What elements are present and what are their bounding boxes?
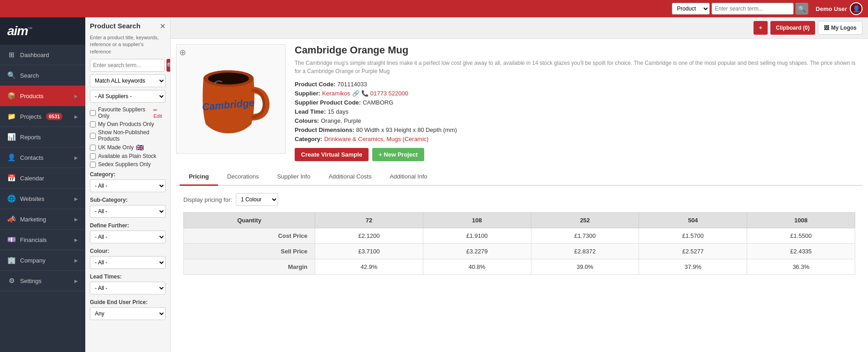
content-toolbar: + Clipboard (0) 🖼 My Logos	[171, 17, 868, 39]
plain-stock-label: Available as Plain Stock	[98, 153, 156, 159]
product-mug-svg: Cambridge	[185, 53, 276, 145]
keyword-mode-select[interactable]: Match ALL keywords Match ANY keywords	[90, 74, 166, 87]
sidebar-item-calendar[interactable]: 📅 Calendar	[0, 168, 85, 189]
sidebar-item-search[interactable]: 🔍 Search	[0, 65, 85, 86]
sell-price-504: £2.5277	[639, 244, 747, 259]
colour-select[interactable]: - All -	[90, 256, 166, 269]
tab-decorations[interactable]: Decorations	[218, 168, 268, 186]
favourite-suppliers-checkbox[interactable]	[90, 110, 96, 116]
lead-time-row: Lead Time: 15 days	[295, 108, 863, 115]
zoom-icon[interactable]: ⊕	[179, 47, 186, 58]
guide-price-select[interactable]: Any	[90, 307, 166, 320]
close-button[interactable]: ✕	[160, 22, 166, 31]
tab-supplier-info[interactable]: Supplier Info	[268, 168, 319, 186]
cost-price-row: Cost Price £2.1200 £1.9100 £1.7300 £1.57…	[184, 228, 855, 244]
sidebar-item-dashboard[interactable]: ⊞ Dashboard	[0, 45, 85, 65]
subcategory-filter-label: Sub-Category:	[90, 197, 166, 203]
dimensions-row: Product Dimensions: 80 Width x 93 Height…	[295, 126, 863, 133]
sidebar-item-label: Settings	[20, 278, 42, 284]
sedex-checkbox[interactable]	[90, 162, 96, 168]
own-products-check: My Own Products Only	[90, 121, 166, 127]
search-input[interactable]	[90, 59, 165, 72]
dimensions-value: 80 Width x 93 Height x 80 Depth (mm)	[356, 126, 457, 133]
create-sample-button[interactable]: Create Virtual Sample	[295, 148, 369, 161]
topbar-search-input[interactable]	[712, 3, 794, 15]
margin-row: Margin 42.9% 40.8% 39.0% 37.9% 36.3%	[184, 259, 855, 275]
own-products-checkbox[interactable]	[90, 121, 96, 127]
logo-text: aim™	[7, 24, 32, 38]
non-published-check: Show Non-Published Products	[90, 129, 166, 142]
clipboard-button[interactable]: Clipboard (0)	[770, 21, 815, 35]
product-actions: Create Virtual Sample + New Project	[295, 148, 863, 161]
sidebar-item-financials[interactable]: 💷 Financials ▶	[0, 230, 85, 250]
chevron-right-icon: ▶	[74, 155, 78, 160]
tab-additional-costs[interactable]: Additional Costs	[319, 168, 380, 186]
sidebar-item-label: Dashboard	[20, 52, 49, 58]
category-row: Category: Drinkware & Ceramics, Mugs (Ce…	[295, 136, 863, 142]
supplier-select[interactable]: - All Suppliers -	[90, 90, 166, 103]
sidebar-item-contacts[interactable]: 👤 Contacts ▶	[0, 147, 85, 168]
search-panel-title: Product Search	[90, 22, 140, 30]
sidebar-item-products[interactable]: 📦 Products ▶	[0, 86, 85, 106]
my-logos-button[interactable]: 🖼 My Logos	[818, 21, 863, 35]
uk-made-label: UK Made Only	[98, 144, 134, 151]
new-project-button[interactable]: + New Project	[372, 148, 424, 161]
display-pricing-row: Display pricing for: 1 Colour 2 Colours …	[183, 193, 855, 206]
chevron-right-icon: ▶	[74, 196, 78, 201]
topbar-category-select[interactable]: Product Supplier Category	[672, 3, 710, 15]
define-select[interactable]: - All -	[90, 231, 166, 243]
tab-pricing[interactable]: Pricing	[180, 168, 218, 186]
reports-icon: 📊	[7, 133, 16, 141]
product-code-row: Product Code: 701114033	[295, 81, 863, 88]
sidebar-item-company[interactable]: 🏢 Company ▶	[0, 250, 85, 271]
lead-select[interactable]: - All -	[90, 282, 166, 294]
sidebar-item-label: Websites	[20, 195, 44, 202]
margin-252: 39.0%	[531, 259, 639, 275]
sidebar-item-marketing[interactable]: 📣 Marketing ▶	[0, 209, 85, 230]
search-icon: 🔍	[7, 71, 16, 79]
cost-price-504: £1.5700	[639, 228, 747, 244]
sidebar-item-websites[interactable]: 🌐 Websites ▶	[0, 189, 85, 209]
supplier-code-row: Supplier Product Code: CAMBORG	[295, 99, 863, 106]
favourite-suppliers-label: Favourite Suppliers Only	[98, 106, 149, 119]
sell-price-72: £3.7100	[315, 244, 423, 259]
sidebar-item-reports[interactable]: 📊 Reports	[0, 127, 85, 147]
company-icon: 🏢	[7, 256, 16, 264]
search-panel-description: Enter a product title, keywords, referen…	[90, 34, 166, 55]
product-detail: ⊕ Cambridge	[171, 39, 868, 352]
col-504: 504	[639, 213, 747, 228]
colour-count-select[interactable]: 1 Colour 2 Colours 3 Colours Full Colour	[236, 193, 278, 206]
search-go-button[interactable]: 🔍	[166, 59, 171, 72]
supplier-code-value: CAMBORG	[363, 99, 393, 106]
add-button[interactable]: +	[754, 21, 768, 35]
non-published-checkbox[interactable]	[90, 133, 96, 139]
colours-label: Colours:	[295, 117, 319, 124]
margin-1008: 36.3%	[747, 259, 855, 275]
plain-stock-checkbox[interactable]	[90, 153, 96, 159]
sidebar-item-projects[interactable]: 📁 Projects 6531 ▶	[0, 106, 85, 127]
supplier-link[interactable]: Keramikos	[322, 90, 350, 97]
category-select[interactable]: - All -	[90, 179, 166, 192]
supplier-code-label: Supplier Product Code:	[295, 99, 361, 106]
uk-made-check: UK Made Only 🇬🇧	[90, 144, 166, 151]
pricing-table: Quantity 72 108 252 504 1008 Cost Price …	[183, 212, 855, 275]
topbar-search-button[interactable]: 🔍	[795, 3, 808, 15]
phone-icon: 📞	[361, 90, 369, 97]
product-top: ⊕ Cambridge	[176, 44, 863, 161]
edit-link[interactable]: ✏ Edit	[153, 107, 166, 119]
colours-value: Orange, Purple	[321, 117, 361, 124]
avatar: 👤	[850, 2, 863, 15]
tab-additional-info[interactable]: Additional Info	[380, 168, 436, 186]
sidebar-item-label: Financials	[20, 236, 47, 243]
display-pricing-label: Display pricing for:	[183, 196, 232, 203]
subcategory-select[interactable]: - All -	[90, 205, 166, 218]
category-link[interactable]: Drinkware & Ceramics, Mugs (Ceramic)	[324, 136, 429, 142]
user-name-label: Demo User	[816, 5, 847, 12]
chevron-right-icon: ▶	[74, 258, 78, 263]
sidebar-item-settings[interactable]: ⚙ Settings ▶	[0, 271, 85, 291]
supplier-phone-link[interactable]: 01773 522000	[370, 90, 408, 97]
colours-row: Colours: Orange, Purple	[295, 117, 863, 124]
uk-made-checkbox[interactable]	[90, 145, 96, 151]
chevron-right-icon: ▶	[74, 114, 78, 119]
dimensions-label: Product Dimensions:	[295, 126, 354, 133]
